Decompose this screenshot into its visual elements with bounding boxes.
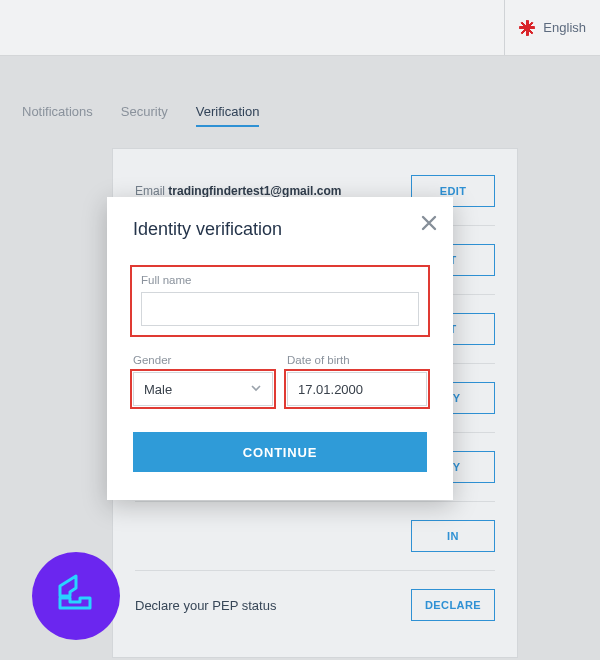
email-value: tradingfindertest1@gmail.com bbox=[168, 184, 341, 198]
continue-button[interactable]: CONTINUE bbox=[133, 432, 427, 472]
dob-value: 17.01.2000 bbox=[298, 382, 363, 397]
dob-label: Date of birth bbox=[287, 354, 427, 366]
pep-label: Declare your PEP status bbox=[135, 598, 276, 613]
gender-label: Gender bbox=[133, 354, 273, 366]
gender-value: Male bbox=[144, 382, 172, 397]
chevron-down-icon bbox=[250, 382, 262, 397]
top-bar: English bbox=[0, 0, 600, 56]
gender-select[interactable]: Male bbox=[133, 372, 273, 406]
brand-logo bbox=[32, 552, 120, 640]
fill-in-button[interactable]: IN bbox=[411, 520, 495, 552]
tab-verification[interactable]: Verification bbox=[196, 104, 260, 127]
close-icon[interactable] bbox=[419, 213, 439, 237]
email-line: Email tradingfindertest1@gmail.com bbox=[135, 184, 341, 198]
uk-flag-icon bbox=[519, 20, 535, 36]
tab-notifications[interactable]: Notifications bbox=[22, 104, 93, 127]
divider bbox=[504, 0, 505, 55]
language-selector[interactable]: English bbox=[543, 20, 586, 35]
email-label: Email bbox=[135, 184, 165, 198]
identity-verification-modal: Identity verification Full name Gender M… bbox=[107, 197, 453, 500]
tab-security[interactable]: Security bbox=[121, 104, 168, 127]
logo-icon bbox=[52, 572, 100, 620]
modal-title: Identity verification bbox=[133, 219, 427, 240]
tabs: Notifications Security Verification bbox=[0, 56, 600, 127]
fullname-label: Full name bbox=[141, 274, 419, 286]
declare-button[interactable]: DECLARE bbox=[411, 589, 495, 621]
dob-input[interactable]: 17.01.2000 bbox=[287, 372, 427, 406]
fullname-input[interactable] bbox=[141, 292, 419, 326]
